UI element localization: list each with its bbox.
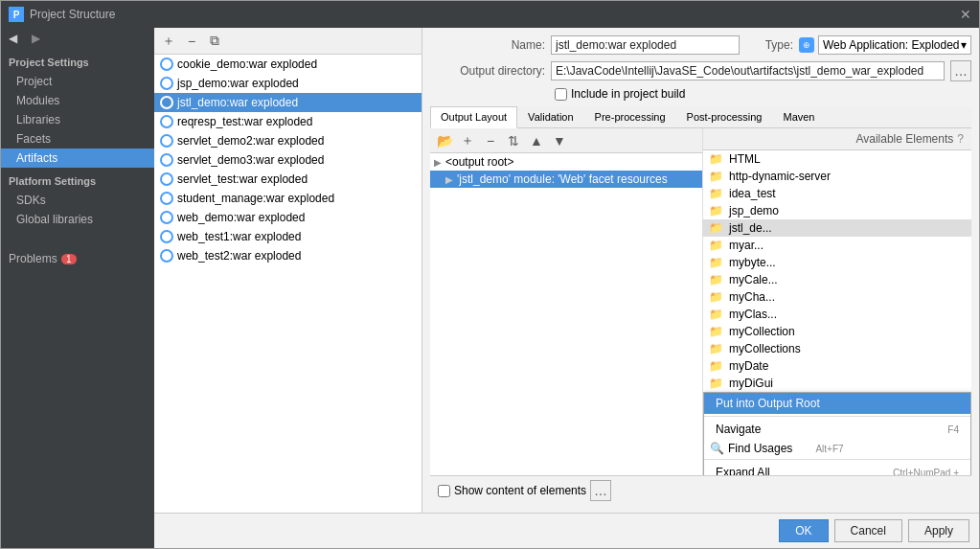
close-icon[interactable]: ✕ xyxy=(960,7,971,22)
folder-icon: 📁 xyxy=(709,221,723,235)
folder-icon: 📁 xyxy=(709,325,723,338)
show-content-checkbox[interactable] xyxy=(438,485,450,497)
help-icon[interactable]: ? xyxy=(957,132,964,146)
avail-mydate[interactable]: 📁 myDate xyxy=(703,357,971,375)
tab-preprocessing[interactable]: Pre-processing xyxy=(584,106,676,127)
avail-label: HTML xyxy=(729,152,761,166)
tree-sort-button[interactable]: ⇅ xyxy=(503,130,524,151)
type-label: Type: xyxy=(745,38,793,52)
avail-mydigui[interactable]: 📁 myDiGui xyxy=(703,375,971,392)
avail-html[interactable]: 📁 HTML xyxy=(703,150,971,168)
tree-add-button[interactable]: ＋ xyxy=(457,130,478,151)
artifact-web-test1[interactable]: web_test1:war exploded xyxy=(154,227,422,246)
project-settings-title: Project Settings xyxy=(1,49,154,72)
tab-postprocessing[interactable]: Post-processing xyxy=(676,106,773,127)
avail-mycollections[interactable]: 📁 myCollections xyxy=(703,340,971,357)
avail-myclas[interactable]: 📁 myClas... xyxy=(703,306,971,323)
folder-icon: 📁 xyxy=(709,152,723,166)
artifact-jsp-demo[interactable]: jsp_demo:war exploded xyxy=(154,74,422,93)
avail-jsp-demo[interactable]: 📁 jsp_demo xyxy=(703,202,971,219)
folder-icon: 📁 xyxy=(709,359,723,373)
expand-all-shortcut: Ctrl+NumPad + xyxy=(893,468,959,476)
tab-maven[interactable]: Maven xyxy=(772,106,825,127)
artifact-web-demo[interactable]: web_demo:war exploded xyxy=(154,208,422,227)
output-root-label: <output root> xyxy=(445,155,513,169)
avail-http-dynamic[interactable]: 📁 http-dynamic-server xyxy=(703,168,971,185)
sidebar-item-problems[interactable]: Problems 1 xyxy=(1,248,154,269)
sidebar-item-sdks[interactable]: SDKs xyxy=(1,191,154,210)
tree-toolbar: 📂 ＋ − ⇅ ▲ ▼ xyxy=(430,128,702,153)
tree-output-root[interactable]: ▶ <output root> xyxy=(430,153,702,171)
apply-button[interactable]: Apply xyxy=(908,519,969,542)
context-menu: Put into Output Root Navigate F4 🔍 xyxy=(703,392,971,475)
type-icon: ⊕ xyxy=(799,37,814,53)
add-artifact-button[interactable]: ＋ xyxy=(158,31,179,52)
tree-down-button[interactable]: ▼ xyxy=(549,130,570,151)
artifact-config-panel: Name: Type: ⊕ Web Application: Exploded … xyxy=(422,28,979,513)
sidebar-item-global-libraries[interactable]: Global libraries xyxy=(1,210,154,229)
artifact-servlet-demo2[interactable]: servlet_demo2:war exploded xyxy=(154,131,422,150)
avail-mycollection[interactable]: 📁 myCollection xyxy=(703,323,971,340)
folder-icon: 📁 xyxy=(709,204,723,217)
tree-remove-button[interactable]: − xyxy=(480,130,501,151)
type-dropdown[interactable]: Web Application: Exploded ▾ xyxy=(818,35,971,55)
avail-label: myDate xyxy=(729,359,768,373)
tree-folder-button[interactable]: 📂 xyxy=(434,130,455,151)
artifact-servlet-test[interactable]: servlet_test:war exploded xyxy=(154,170,422,189)
folder-icon: 📁 xyxy=(709,377,723,390)
include-checkbox[interactable] xyxy=(555,88,567,101)
find-usages-search-row: 🔍 Find Usages Alt+F7 xyxy=(704,440,970,457)
find-usages-shortcut: Alt+F7 xyxy=(815,444,843,454)
tab-output-layout[interactable]: Output Layout xyxy=(430,106,517,128)
sidebar-item-facets[interactable]: Facets xyxy=(1,129,154,149)
context-menu-expand-all[interactable]: Expand All Ctrl+NumPad + xyxy=(704,462,970,475)
artifact-web-test2[interactable]: web_test2:war exploded xyxy=(154,246,422,265)
output-dir-label: Output directory: xyxy=(430,64,545,78)
remove-artifact-button[interactable]: − xyxy=(181,31,202,52)
context-menu-navigate[interactable]: Navigate F4 xyxy=(704,419,970,440)
sidebar-item-artifacts[interactable]: Artifacts xyxy=(1,149,154,168)
show-content-options-button[interactable]: … xyxy=(590,480,611,501)
back-arrow[interactable]: ◀ xyxy=(3,30,22,47)
artifact-jstl-demo[interactable]: jstl_demo:war exploded xyxy=(154,93,422,112)
folder-icon: 📁 xyxy=(709,239,723,252)
output-dir-input[interactable] xyxy=(551,61,945,80)
tab-validation[interactable]: Validation xyxy=(517,106,584,127)
app-icon: P xyxy=(9,7,24,22)
artifact-label: web_test1:war exploded xyxy=(177,230,301,243)
sidebar-item-modules[interactable]: Modules xyxy=(1,91,154,110)
artifact-reqresp-test[interactable]: reqresp_test:war exploded xyxy=(154,112,422,131)
avail-mybyte[interactable]: 📁 mybyte... xyxy=(703,254,971,271)
artifact-label: jstl_demo:war exploded xyxy=(177,96,298,109)
artifact-cookie-demo[interactable]: cookie_demo:war exploded xyxy=(154,55,422,74)
avail-mycha[interactable]: 📁 myCha... xyxy=(703,288,971,306)
web-artifact-icon xyxy=(160,96,173,109)
avail-myar[interactable]: 📁 myar... xyxy=(703,237,971,254)
avail-idea-test[interactable]: 📁 idea_test xyxy=(703,185,971,202)
sidebar-item-libraries[interactable]: Libraries xyxy=(1,110,154,129)
browse-button[interactable]: … xyxy=(950,60,971,81)
artifact-label: jsp_demo:war exploded xyxy=(177,77,299,90)
navigate-shortcut: F4 xyxy=(947,424,959,435)
forward-arrow[interactable]: ▶ xyxy=(26,30,45,47)
artifact-student-manage[interactable]: student_manage:war exploded xyxy=(154,189,422,208)
title-bar: P Project Structure ✕ xyxy=(1,1,979,28)
artifact-servlet-demo3[interactable]: servlet_demo3:war exploded xyxy=(154,150,422,170)
folder-icon: 📁 xyxy=(709,170,723,183)
navigate-label: Navigate xyxy=(716,423,761,436)
web-artifact-icon xyxy=(160,211,173,224)
tree-up-button[interactable]: ▲ xyxy=(526,130,547,151)
avail-label: idea_test xyxy=(729,187,776,200)
copy-artifact-button[interactable]: ⧉ xyxy=(204,31,225,52)
avail-label: myCha... xyxy=(729,290,775,304)
folder-icon: 📁 xyxy=(709,342,723,355)
ok-button[interactable]: OK xyxy=(779,519,828,542)
name-input[interactable] xyxy=(551,35,740,55)
context-menu-put-into-output-root[interactable]: Put into Output Root xyxy=(704,393,970,414)
avail-jstl-demo[interactable]: 📁 jstl_de... xyxy=(703,219,971,237)
tree-module-item[interactable]: ▶ 'jstl_demo' module: 'Web' facet resour… xyxy=(430,171,702,188)
cancel-button[interactable]: Cancel xyxy=(834,519,902,542)
sidebar-item-project[interactable]: Project xyxy=(1,72,154,91)
avail-mycale[interactable]: 📁 myCale... xyxy=(703,271,971,288)
web-artifact-icon xyxy=(160,57,173,71)
